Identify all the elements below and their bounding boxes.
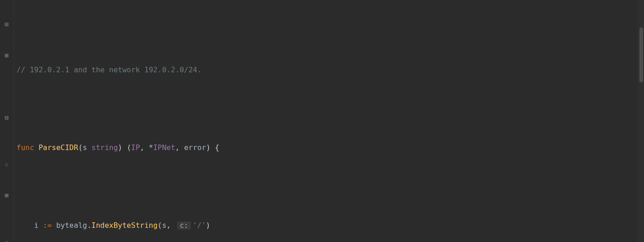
gutter-fold-icon[interactable]: ⊞ bbox=[5, 48, 10, 53]
gutter: ⊟ ⊞ ⊟ ◇ ⊞ ◇ bbox=[0, 0, 14, 242]
code-area[interactable]: // 192.0.2.1 and the network 192.0.2.0/2… bbox=[16, 0, 644, 242]
char-literal: '/' bbox=[193, 221, 206, 230]
code-editor[interactable]: ⊟ ⊞ ⊟ ◇ ⊞ ◇ // 192.0.2.1 and the network… bbox=[0, 0, 644, 242]
param-type: string bbox=[92, 143, 118, 152]
gutter-fold-icon[interactable]: ⊟ bbox=[5, 110, 10, 115]
arg-s: s bbox=[162, 221, 167, 230]
comment: // 192.0.2.1 and the network 192.0.2.0/2… bbox=[16, 65, 202, 74]
function-name: ParseCIDR bbox=[38, 143, 78, 152]
code-line[interactable]: func ParseCIDR(s string) (IP, *IPNet, er… bbox=[16, 140, 644, 156]
return-type: IPNet bbox=[153, 143, 175, 152]
package-ref: bytealg bbox=[56, 221, 87, 230]
keyword-func: func bbox=[16, 143, 34, 152]
gutter-fold-icon[interactable]: ◇ bbox=[5, 234, 10, 240]
return-type: error bbox=[184, 143, 206, 152]
open-brace: { bbox=[215, 143, 220, 152]
dot: . bbox=[87, 221, 92, 230]
param-name: s bbox=[83, 143, 87, 152]
assign-op: := bbox=[43, 221, 52, 230]
close-paren: ) bbox=[206, 221, 211, 230]
gutter-fold-icon[interactable]: ◇ bbox=[5, 156, 10, 162]
vertical-scrollbar[interactable] bbox=[638, 0, 644, 242]
code-line[interactable]: i := bytealg.IndexByteString(s, c:'/') bbox=[16, 218, 644, 233]
return-type: IP bbox=[131, 143, 140, 152]
code-line[interactable]: // 192.0.2.1 and the network 192.0.2.0/2… bbox=[16, 62, 644, 78]
var-i: i bbox=[34, 221, 39, 230]
gutter-fold-icon[interactable]: ⊞ bbox=[5, 188, 10, 193]
inlay-hint: c: bbox=[177, 221, 191, 230]
pointer-star: * bbox=[149, 143, 153, 152]
comma: , bbox=[167, 221, 171, 230]
gutter-fold-icon[interactable]: ⊟ bbox=[5, 16, 10, 22]
call-IndexByteString: IndexByteString bbox=[92, 221, 158, 230]
